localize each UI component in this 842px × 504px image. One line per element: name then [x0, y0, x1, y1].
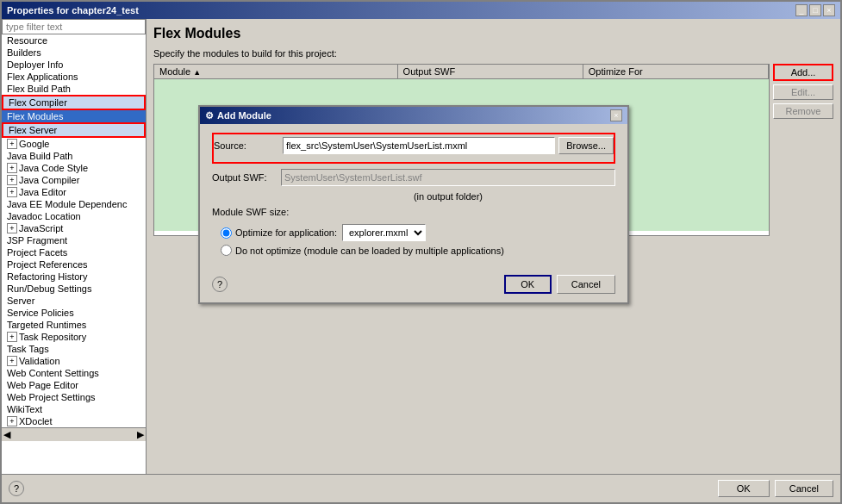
output-swf-label: Output SWF:	[212, 172, 281, 183]
dialog-footer-buttons: OK Cancel	[504, 275, 615, 294]
sidebar-item-java-ee[interactable]: Java EE Module Dependenc	[2, 198, 146, 210]
sidebar-item-java-compiler[interactable]: +Java Compiler	[2, 174, 146, 186]
dialog-footer: ? OK Cancel	[200, 268, 627, 302]
dialog-icon: ⚙	[205, 110, 214, 121]
source-row: Source: Browse...	[214, 137, 614, 154]
optimize-radio[interactable]	[221, 227, 232, 239]
sidebar-item-web-project-settings[interactable]: Web Project Settings	[2, 391, 146, 403]
source-input[interactable]	[283, 137, 555, 154]
sidebar-item-flex-server[interactable]: Flex Server	[2, 122, 146, 138]
output-swf-row: Output SWF:	[212, 169, 615, 186]
dialog-title-bar: ⚙ Add Module ×	[200, 107, 627, 124]
maximize-button[interactable]: □	[809, 4, 821, 16]
right-panel: Flex Modules Specify the modules to buil…	[147, 19, 840, 474]
sidebar-item-service-policies[interactable]: Service Policies	[2, 307, 146, 319]
optimize-radio-row: Optimize for application: explorer.mxml	[212, 224, 615, 241]
title-bar-buttons: _ □ ×	[795, 4, 835, 16]
title-bar: Properties for chapter24_test _ □ ×	[2, 2, 840, 19]
expand-icon: +	[7, 416, 17, 426]
main-cancel-button[interactable]: Cancel	[775, 480, 833, 497]
optimize-dropdown[interactable]: explorer.mxml	[342, 224, 426, 241]
sort-icon: ▲	[193, 68, 201, 77]
col-optimize-for: Optimize For	[583, 65, 769, 78]
dialog-ok-button[interactable]: OK	[504, 275, 552, 294]
sidebar-item-javascript[interactable]: +JavaScript	[2, 222, 146, 234]
minimize-button[interactable]: _	[795, 4, 808, 16]
sidebar-item-flex-build-path[interactable]: Flex Build Path	[2, 83, 146, 95]
dialog-title: ⚙ Add Module	[205, 110, 271, 121]
sidebar-item-builders[interactable]: Builders	[2, 47, 146, 59]
sidebar-item-project-facets[interactable]: Project Facets	[2, 246, 146, 258]
main-content: Resource Builders Deployer Info Flex App…	[2, 19, 840, 474]
sidebar-item-web-content-settings[interactable]: Web Content Settings	[2, 367, 146, 379]
scroll-right-btn[interactable]: ▶	[137, 429, 144, 440]
edit-button[interactable]: Edit...	[773, 84, 833, 100]
sidebar-item-google[interactable]: +Google	[2, 138, 146, 150]
table-buttons: Add... Edit... Remove	[773, 64, 833, 236]
sidebar-item-validation[interactable]: +Validation	[2, 355, 146, 367]
expand-icon: +	[7, 332, 17, 342]
expand-icon: +	[7, 163, 17, 173]
sidebar-item-java-editor[interactable]: +Java Editor	[2, 186, 146, 198]
sidebar-item-jsp-fragment[interactable]: JSP Fragment	[2, 234, 146, 246]
remove-button[interactable]: Remove	[773, 103, 833, 119]
source-row-highlight: Source: Browse...	[212, 133, 615, 164]
sidebar-item-wikitext[interactable]: WikiText	[2, 403, 146, 415]
sidebar-item-xdoclet[interactable]: +XDoclet	[2, 415, 146, 427]
expand-icon: +	[7, 356, 17, 366]
sidebar-item-refactoring-history[interactable]: Refactoring History	[2, 271, 146, 283]
sidebar-item-deployer-info[interactable]: Deployer Info	[2, 59, 146, 71]
no-optimize-radio-row: Do not optimize (module can be loaded by…	[212, 245, 615, 256]
sidebar-item-resource[interactable]: Resource	[2, 34, 146, 47]
module-swf-size-label: Module SWF size:	[212, 207, 615, 217]
expand-icon: +	[7, 187, 17, 197]
filter-input[interactable]	[2, 19, 146, 34]
dialog-body: Source: Browse... Output SWF: (in output…	[200, 124, 627, 268]
close-button[interactable]: ×	[823, 4, 835, 16]
source-label: Source:	[214, 140, 283, 151]
sidebar-item-flex-modules[interactable]: Flex Modules	[2, 110, 146, 122]
sidebar-item-run-debug[interactable]: Run/Debug Settings	[2, 283, 146, 295]
sidebar-item-flex-applications[interactable]: Flex Applications	[2, 71, 146, 83]
sidebar-item-task-tags[interactable]: Task Tags	[2, 343, 146, 355]
sidebar-scrollbar[interactable]: ◀ ▶	[2, 427, 146, 441]
panel-title: Flex Modules	[153, 26, 833, 41]
sidebar: Resource Builders Deployer Info Flex App…	[2, 19, 147, 474]
sidebar-item-java-code-style[interactable]: +Java Code Style	[2, 162, 146, 174]
no-optimize-radio[interactable]	[221, 245, 232, 256]
col-output-swf: Output SWF	[398, 65, 583, 78]
dialog-close-button[interactable]: ×	[610, 109, 622, 121]
sidebar-item-project-references[interactable]: Project References	[2, 258, 146, 271]
dialog-cancel-button[interactable]: Cancel	[557, 275, 615, 294]
add-module-dialog: ⚙ Add Module × Source: Browse...	[198, 105, 629, 304]
main-help-button[interactable]: ?	[9, 481, 24, 496]
sidebar-item-web-page-editor[interactable]: Web Page Editor	[2, 379, 146, 391]
sidebar-item-flex-compiler[interactable]: Flex Compiler	[2, 95, 146, 110]
browse-button[interactable]: Browse...	[558, 137, 614, 154]
col-module: Module ▲	[154, 65, 398, 78]
optimize-radio-label: Optimize for application:	[235, 227, 337, 238]
window-title: Properties for chapter24_test	[7, 5, 139, 16]
output-swf-input	[281, 169, 615, 186]
panel-description: Specify the modules to build for this pr…	[153, 48, 833, 59]
sidebar-item-javadoc[interactable]: Javadoc Location	[2, 210, 146, 222]
sidebar-item-targeted-runtimes[interactable]: Targeted Runtimes	[2, 319, 146, 331]
in-output-folder-text: (in output folder)	[281, 191, 615, 202]
expand-icon: +	[7, 139, 17, 149]
help-button[interactable]: ?	[212, 277, 228, 292]
main-ok-button[interactable]: OK	[718, 480, 770, 497]
sidebar-item-java-build-path[interactable]: Java Build Path	[2, 150, 146, 162]
bottom-bar: ? OK Cancel	[2, 474, 840, 502]
sidebar-item-server[interactable]: Server	[2, 295, 146, 307]
scroll-left-btn[interactable]: ◀	[3, 429, 10, 440]
sidebar-item-task-repository[interactable]: +Task Repository	[2, 331, 146, 343]
table-header: Module ▲ Output SWF Optimize For	[154, 65, 769, 79]
no-optimize-radio-label: Do not optimize (module can be loaded by…	[235, 246, 504, 256]
expand-icon: +	[7, 175, 17, 185]
expand-icon: +	[7, 223, 17, 233]
add-button[interactable]: Add...	[773, 64, 833, 81]
main-window: Properties for chapter24_test _ □ × Reso…	[0, 0, 842, 504]
